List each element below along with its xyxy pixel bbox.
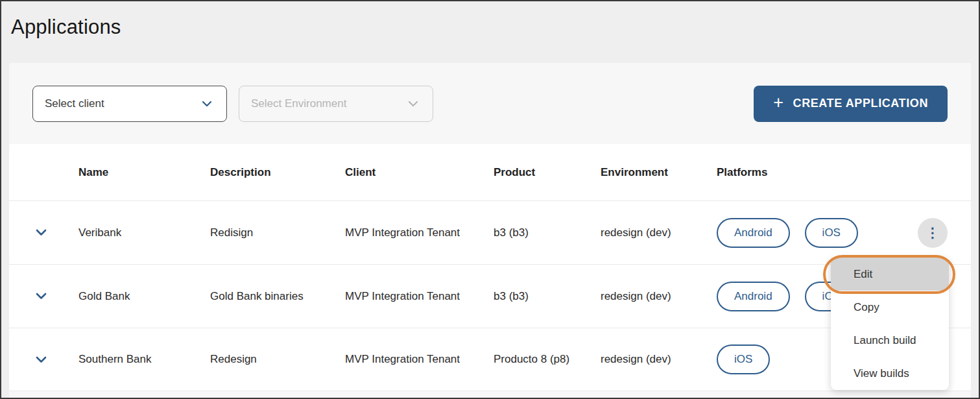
header-description: Description xyxy=(210,166,345,179)
cell-description: Redesign xyxy=(210,353,345,366)
row-expand-chevron-icon[interactable] xyxy=(36,229,47,236)
row-actions-kebab-button[interactable]: ⋮ xyxy=(918,218,948,248)
cell-name: Gold Bank xyxy=(78,290,210,303)
client-select-value: Select client xyxy=(45,97,104,110)
cell-product: b3 (b3) xyxy=(494,290,601,303)
environment-select-value: Select Environment xyxy=(251,97,346,110)
platform-badge-ios: iOS xyxy=(717,345,770,374)
plus-icon: + xyxy=(773,94,783,112)
client-select[interactable]: Select client xyxy=(32,86,227,122)
row-expand-chevron-icon[interactable] xyxy=(36,356,47,363)
cell-product: b3 (b3) xyxy=(494,226,601,239)
header-product: Product xyxy=(494,166,601,179)
cell-client: MVP Integration Tenant xyxy=(345,290,494,303)
header-environment: Environment xyxy=(601,166,717,179)
cell-environment: redesign (dev) xyxy=(601,290,717,303)
applications-page: Applications Select client Select Enviro… xyxy=(1,1,979,398)
create-application-label: CREATE APPLICATION xyxy=(793,97,928,110)
chevron-down-icon xyxy=(408,101,418,107)
table-row: Gold Bank Gold Bank binaries MVP Integra… xyxy=(9,264,971,328)
table-row: Southern Bank Redesign MVP Integration T… xyxy=(9,328,971,391)
cell-environment: redesign (dev) xyxy=(601,226,717,239)
kebab-icon: ⋮ xyxy=(926,226,940,239)
cell-description: Gold Bank binaries xyxy=(210,290,345,303)
platform-badge-android: Android xyxy=(717,282,790,311)
header-platforms: Platforms xyxy=(717,166,882,179)
cell-product: Producto 8 (p8) xyxy=(494,353,601,366)
menu-item-view-builds[interactable]: View builds xyxy=(831,357,949,390)
platform-badge-android: Android xyxy=(717,218,790,248)
header-client: Client xyxy=(345,166,494,179)
menu-item-edit[interactable]: Edit xyxy=(831,258,949,291)
table-row: Veribank Redisign MVP Integration Tenant… xyxy=(9,200,971,264)
cell-description: Redisign xyxy=(210,226,345,239)
cell-client: MVP Integration Tenant xyxy=(345,226,494,239)
applications-table: Name Description Client Product Environm… xyxy=(9,144,971,391)
filter-bar: Select client Select Environment + CREAT… xyxy=(9,63,971,144)
menu-item-launch-build[interactable]: Launch build xyxy=(831,324,949,357)
platform-badge-ios: iOS xyxy=(805,218,858,248)
context-menu: Edit Copy Launch build View builds xyxy=(831,258,949,390)
environment-select[interactable]: Select Environment xyxy=(239,86,433,122)
cell-platforms: Android iOS xyxy=(717,218,882,248)
cell-client: MVP Integration Tenant xyxy=(345,353,494,366)
cell-name: Veribank xyxy=(78,226,210,239)
create-application-button[interactable]: + CREATE APPLICATION xyxy=(754,86,948,122)
menu-item-copy[interactable]: Copy xyxy=(831,291,949,324)
content-card: Select client Select Environment + CREAT… xyxy=(9,63,971,398)
page-title: Applications xyxy=(1,1,979,63)
header-name: Name xyxy=(78,166,210,179)
cell-environment: redesign (dev) xyxy=(601,353,717,366)
cell-name: Southern Bank xyxy=(78,353,210,366)
row-expand-chevron-icon[interactable] xyxy=(36,293,47,300)
table-header-row: Name Description Client Product Environm… xyxy=(9,144,971,200)
chevron-down-icon xyxy=(202,101,212,107)
